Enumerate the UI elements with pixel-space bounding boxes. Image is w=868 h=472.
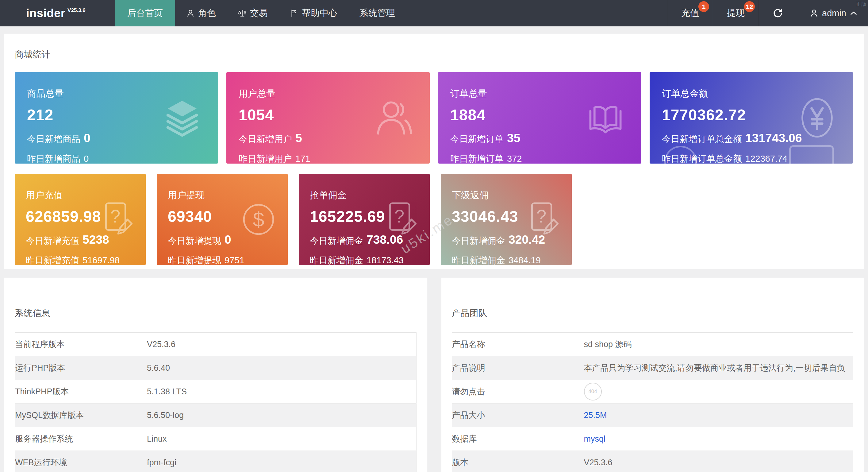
page-content: 商城统计 商品总量 212 今日新增商品0 昨日新增商品0 用户总量 1054 …: [0, 34, 868, 472]
row-value: 25.5M: [584, 404, 853, 427]
refresh-icon: [773, 8, 783, 19]
row-value: mysql: [584, 427, 853, 451]
nav-tab-help-center[interactable]: 帮助中心: [279, 0, 348, 26]
table-row: MySQL数据库版本 5.6.50-log: [15, 404, 416, 427]
doc-question-pencil-icon: ?: [98, 201, 135, 238]
top-navbar: insider V25.3.6 后台首页 角色 交易 帮助中心 系统管理: [0, 0, 868, 26]
recharge-button[interactable]: 充值 1: [667, 0, 713, 26]
user-icon: [809, 8, 818, 18]
stat-card-goods-total: 商品总量 212 今日新增商品0 昨日新增商品0: [15, 72, 218, 164]
card-title: 用户提现: [168, 189, 277, 202]
row-value: 5.6.50-log: [147, 404, 416, 427]
user-icon: [186, 9, 195, 18]
stat-card-users-total: 用户总量 1054 今日新增用户5 昨日新增用户171: [226, 72, 430, 164]
row-label: ThinkPHP版本: [15, 380, 147, 404]
yesterday-label: 昨日新增订单: [450, 153, 504, 164]
row-label: WEB运行环境: [15, 451, 147, 472]
database-link[interactable]: mysql: [584, 434, 606, 443]
product-size-link[interactable]: 25.5M: [584, 411, 607, 420]
nav-tab-system-admin[interactable]: 系统管理: [348, 0, 406, 26]
yesterday-value: 51697.98: [83, 255, 120, 265]
stat-card-order-amount: 订单总金额 1770362.72 今日新增订单总金额131743.06 昨日新增…: [650, 72, 853, 164]
today-value: 131743.06: [745, 131, 802, 145]
table-row: 服务器操作系统 Linux: [15, 427, 416, 451]
row-value: sd shop 源码: [584, 333, 853, 356]
today-label: 今日新增商品: [27, 133, 80, 145]
yesterday-label: 昨日新增商品: [27, 153, 80, 164]
users-icon: [373, 97, 414, 139]
yesterday-label: 昨日新增充值: [26, 255, 79, 265]
table-row: 运行PHP版本 5.6.40: [15, 356, 416, 380]
svg-text:?: ?: [536, 206, 547, 226]
nav-tab-label: 角色: [198, 7, 216, 19]
table-row: 产品说明 本产品只为学习测试交流,请勿要做商业或者用于违法行为,一切后果自负: [452, 356, 853, 380]
stat-card-user-recharge: 用户充值 626859.98 今日新增充值5238 昨日新增充值51697.98…: [15, 174, 146, 265]
doc-question-pencil-icon: ?: [524, 201, 561, 238]
yesterday-value: 372: [507, 154, 522, 164]
table-row: ThinkPHP版本 5.1.38 LTS: [15, 380, 416, 404]
row-value: 本产品只为学习测试交流,请勿要做商业或者用于违法行为,一切后果自负: [584, 356, 853, 380]
chevron-up-icon: [849, 9, 858, 17]
row-value: V25.3.6: [584, 451, 853, 472]
stat-card-sub-rebate: 下级返佣 33046.43 今日新增佣金320.42 昨日新增佣金3484.19…: [441, 174, 572, 265]
table-row: 请勿点击 404: [452, 380, 853, 404]
row-label: 产品说明: [452, 356, 584, 380]
main-nav: 后台首页 角色 交易 帮助中心 系统管理: [115, 0, 406, 26]
card-title: 用户充值: [26, 189, 135, 202]
broken-image-404-icon[interactable]: 404: [584, 383, 602, 401]
row-value: 404: [584, 380, 853, 404]
today-value: 35: [507, 131, 520, 145]
today-value: 0: [224, 233, 231, 246]
row-value: Linux: [147, 427, 416, 451]
today-label: 今日新增提现: [168, 235, 221, 247]
nav-tab-label: 帮助中心: [302, 7, 337, 19]
app-version: V25.3.6: [67, 7, 86, 13]
product-team-table: 产品名称 sd shop 源码 产品说明 本产品只为学习测试交流,请勿要做商业或…: [452, 332, 854, 472]
svg-text:$: $: [253, 208, 264, 231]
withdraw-button[interactable]: 提现 12: [713, 0, 758, 26]
doc-question-pencil-icon: ?: [382, 201, 419, 238]
row-label: 产品名称: [452, 333, 584, 356]
recharge-label: 充值: [681, 7, 699, 19]
today-label: 今日新增订单: [450, 133, 504, 145]
row-label: 运行PHP版本: [15, 356, 147, 380]
system-info-panel: 系统信息 当前程序版本 V25.3.6 运行PHP版本 5.6.40 Think…: [4, 278, 427, 472]
corner-watermark: 正版: [856, 1, 866, 8]
info-panels: 系统信息 当前程序版本 V25.3.6 运行PHP版本 5.6.40 Think…: [4, 278, 864, 472]
row-label: 版本: [452, 451, 584, 472]
product-team-panel: 产品团队 产品名称 sd shop 源码 产品说明 本产品只为学习测试交流,请勿…: [441, 278, 864, 472]
yesterday-label: 昨日新增佣金: [310, 255, 363, 265]
today-label: 今日新增充值: [26, 235, 79, 247]
withdraw-label: 提现: [727, 7, 745, 19]
recharge-badge: 1: [699, 1, 709, 12]
row-value: 5.1.38 LTS: [147, 380, 416, 404]
row-label: 产品大小: [452, 404, 584, 427]
yesterday-value: 0: [84, 154, 89, 164]
stats-cards-row2: 用户充值 626859.98 今日新增充值5238 昨日新增充值51697.98…: [15, 174, 853, 265]
refresh-button[interactable]: [758, 0, 797, 26]
row-value: fpm-fcgi: [147, 451, 416, 472]
yesterday-value: 171: [296, 154, 310, 164]
yen-circle-icon: [797, 97, 838, 139]
nav-tab-home[interactable]: 后台首页: [115, 0, 175, 26]
card-title: 下级返佣: [452, 189, 561, 202]
yesterday-value: 18173.43: [367, 255, 404, 265]
stat-card-orders-total: 订单总量 1884 今日新增订单35 昨日新增订单372: [438, 72, 641, 164]
system-info-title: 系统信息: [15, 307, 416, 320]
row-label: MySQL数据库版本: [15, 404, 147, 427]
decorative-circle: [664, 146, 697, 164]
table-row: 产品名称 sd shop 源码: [452, 333, 853, 356]
stats-panel: 商城统计 商品总量 212 今日新增商品0 昨日新增商品0 用户总量 1054 …: [4, 34, 864, 269]
row-value: 5.6.40: [147, 356, 416, 380]
today-label: 今日新增用户: [239, 133, 292, 145]
system-info-table: 当前程序版本 V25.3.6 运行PHP版本 5.6.40 ThinkPHP版本…: [15, 332, 416, 472]
dollar-circle-icon: $: [240, 201, 277, 238]
nav-tab-label: 系统管理: [360, 7, 395, 19]
scales-icon: [238, 9, 247, 18]
withdraw-badge: 12: [744, 1, 755, 12]
yesterday-value: 122367.74: [745, 154, 787, 164]
nav-tab-trade[interactable]: 交易: [227, 0, 279, 26]
layers-icon: [162, 97, 203, 139]
nav-tab-roles[interactable]: 角色: [175, 0, 227, 26]
stat-card-grab-commission: 抢单佣金 165225.69 今日新增佣金738.06 昨日新增佣金18173.…: [299, 174, 430, 265]
